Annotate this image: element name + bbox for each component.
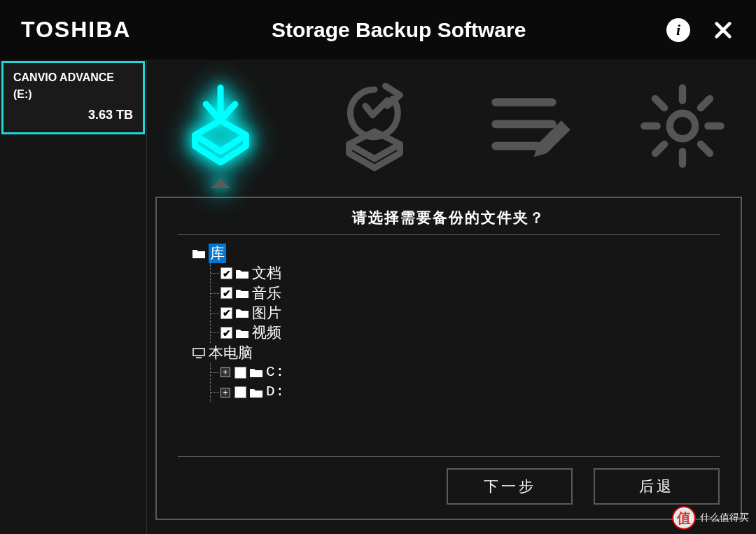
svg-line-9 bbox=[701, 144, 710, 153]
tree-node-computer[interactable]: 本电脑 bbox=[192, 343, 720, 363]
svg-line-11 bbox=[655, 144, 664, 153]
checkbox[interactable] bbox=[220, 267, 232, 279]
folder-icon bbox=[235, 328, 249, 339]
panel-title: 请选择需要备份的文件夹？ bbox=[178, 208, 720, 234]
drive-letter: (E:) bbox=[13, 88, 133, 101]
back-button[interactable]: 后退 bbox=[594, 468, 720, 505]
watermark-badge-icon: 值 bbox=[672, 506, 696, 530]
main-area: 请选择需要备份的文件夹？ 库 文档 音 bbox=[147, 59, 756, 534]
folder-tree: 库 文档 音乐 图片 bbox=[178, 244, 720, 456]
sidebar: CANVIO ADVANCE (E:) 3.63 TB bbox=[0, 59, 147, 534]
tree-label-library: 库 bbox=[209, 244, 226, 263]
svg-line-8 bbox=[655, 99, 664, 108]
checkbox[interactable] bbox=[220, 287, 232, 299]
tree-node-videos[interactable]: 视频 bbox=[211, 323, 720, 342]
expand-icon[interactable]: + bbox=[220, 367, 230, 377]
watermark-text: 什么值得买 bbox=[700, 512, 749, 524]
content-panel: 请选择需要备份的文件夹？ 库 文档 音 bbox=[155, 197, 742, 520]
drive-name: CANVIO ADVANCE bbox=[13, 71, 133, 84]
tree-label: D: bbox=[266, 382, 285, 402]
checkbox[interactable] bbox=[234, 386, 246, 398]
tree-node-documents[interactable]: 文档 bbox=[211, 263, 720, 283]
tree-label: 音乐 bbox=[252, 283, 281, 303]
tree-label: 图片 bbox=[252, 303, 281, 323]
tree-node-pictures[interactable]: 图片 bbox=[211, 303, 720, 323]
svg-rect-12 bbox=[193, 349, 204, 356]
divider bbox=[178, 234, 720, 235]
drive-size: 3.63 TB bbox=[13, 108, 133, 122]
folder-icon bbox=[192, 248, 206, 259]
tab-indicator-icon bbox=[211, 178, 230, 188]
edit-plan-icon bbox=[483, 80, 574, 171]
settings-icon bbox=[637, 80, 728, 171]
tree-node-library[interactable]: 库 bbox=[192, 244, 720, 263]
watermark: 值 什么值得买 bbox=[672, 506, 749, 530]
drive-card[interactable]: CANVIO ADVANCE (E:) 3.63 TB bbox=[1, 61, 145, 134]
app-title: Storage Backup Software bbox=[131, 18, 666, 42]
close-button[interactable] bbox=[711, 18, 735, 42]
tree-node-music[interactable]: 音乐 bbox=[211, 283, 720, 303]
tree-node-drive-d[interactable]: + D: bbox=[211, 382, 720, 402]
folder-icon bbox=[235, 307, 249, 318]
tab-bar bbox=[147, 59, 756, 185]
checkbox[interactable] bbox=[234, 367, 246, 379]
computer-icon bbox=[192, 347, 206, 358]
app-header: TOSHIBA Storage Backup Software i bbox=[0, 0, 756, 59]
folder-icon bbox=[249, 367, 263, 378]
backup-icon bbox=[175, 80, 266, 171]
checkbox[interactable] bbox=[220, 307, 232, 319]
folder-icon bbox=[249, 387, 263, 398]
folder-icon bbox=[235, 268, 249, 279]
info-button[interactable]: i bbox=[666, 18, 690, 42]
expand-icon[interactable]: + bbox=[220, 388, 230, 398]
svg-line-10 bbox=[701, 99, 710, 108]
svg-point-3 bbox=[670, 113, 695, 139]
tree-node-drive-c[interactable]: + C: bbox=[211, 363, 720, 382]
tree-label: C: bbox=[266, 363, 285, 382]
close-icon bbox=[713, 20, 733, 40]
checkbox[interactable] bbox=[220, 327, 232, 339]
tab-restore[interactable] bbox=[329, 80, 420, 171]
folder-icon bbox=[235, 288, 249, 299]
tab-edit-plan[interactable] bbox=[483, 80, 574, 171]
tree-label-computer: 本电脑 bbox=[209, 343, 253, 363]
restore-icon bbox=[329, 80, 420, 171]
tab-backup[interactable] bbox=[175, 80, 266, 171]
tab-settings[interactable] bbox=[637, 80, 728, 171]
tree-label: 视频 bbox=[252, 323, 281, 342]
brand-logo: TOSHIBA bbox=[21, 17, 131, 43]
tree-label: 文档 bbox=[252, 263, 281, 283]
panel-footer: 下一步 后退 bbox=[178, 456, 720, 505]
next-button[interactable]: 下一步 bbox=[447, 468, 573, 505]
